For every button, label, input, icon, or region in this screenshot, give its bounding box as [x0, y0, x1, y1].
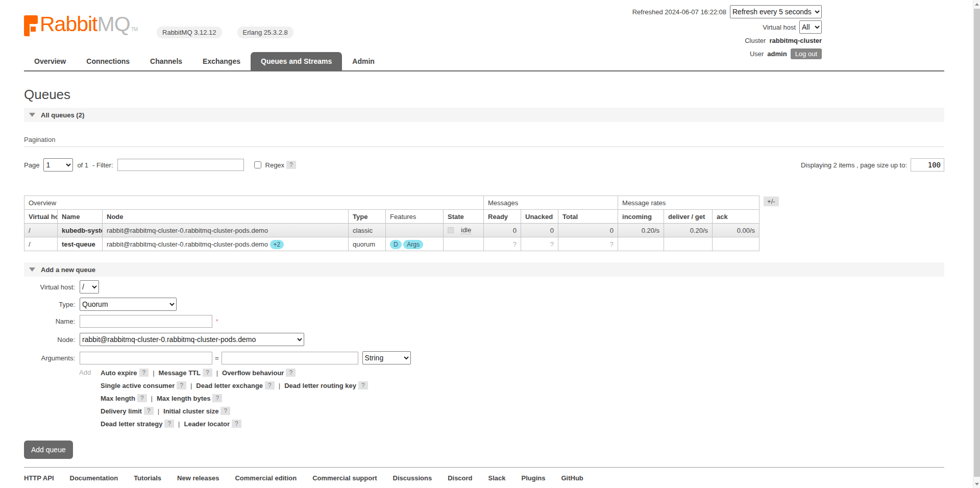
scroll-down-icon[interactable] [973, 480, 980, 488]
add-queue-button[interactable]: Add queue [24, 441, 73, 459]
help-link[interactable]: ? [203, 369, 212, 377]
shortcut-row: Single active consumer? | Dead letter ex… [101, 381, 368, 389]
footer-link-discord[interactable]: Discord [448, 474, 472, 482]
separator: | [153, 369, 154, 377]
help-link[interactable]: ? [358, 381, 368, 389]
help-link[interactable]: ? [164, 420, 174, 428]
footer-link-tutorials[interactable]: Tutorials [134, 474, 161, 482]
footer-link-new-releases[interactable]: New releases [177, 474, 219, 482]
cell-features: D Args [386, 237, 444, 251]
vhost-field-select[interactable]: / [80, 280, 99, 294]
col-deliver-get[interactable]: deliver / get [664, 210, 713, 224]
arg-link-single-active-consumer[interactable]: Single active consumer [101, 382, 175, 389]
col-node[interactable]: Node [103, 210, 349, 224]
help-link[interactable]: ? [265, 381, 275, 389]
filter-input[interactable] [117, 159, 244, 171]
footer-link-commercial-edition[interactable]: Commercial edition [235, 474, 297, 482]
table-row: / kubedb-system rabbit@rabbitmq-cluster-… [24, 224, 760, 237]
col-unacked[interactable]: Unacked [521, 210, 558, 224]
arg-link-max-length[interactable]: Max length [101, 395, 135, 402]
erlang-version-badge: Erlang 25.3.2.8 [237, 27, 293, 38]
page-size-controls: Displaying 2 items , page size up to: [801, 158, 944, 172]
footer-link-documentation[interactable]: Documentation [70, 474, 118, 482]
all-queues-section-header[interactable]: All queues (2) [24, 108, 944, 122]
virtual-host-select[interactable]: All [799, 20, 822, 34]
form-row-type: Type: Quorum [24, 298, 944, 311]
tab-exchanges[interactable]: Exchanges [192, 52, 251, 70]
column-plus-minus-link[interactable]: +/- [764, 197, 779, 206]
col-name[interactable]: Name [58, 210, 103, 224]
cell-ready: 0 [484, 224, 521, 237]
cell-deliver-get [664, 237, 713, 251]
cell-deliver-get: 0.20/s [664, 224, 713, 237]
cell-ack [713, 237, 760, 251]
help-link[interactable]: ? [139, 369, 149, 377]
tab-channels[interactable]: Channels [140, 52, 192, 70]
arg-link-initial-cluster-size[interactable]: Initial cluster size [163, 407, 218, 415]
footer-link-http-api[interactable]: HTTP API [24, 474, 54, 482]
arg-link-max-length-bytes[interactable]: Max length bytes [157, 395, 210, 402]
footer-link-slack[interactable]: Slack [488, 474, 506, 482]
logout-button[interactable]: Log out [791, 48, 822, 59]
help-link[interactable]: ? [286, 369, 296, 377]
footer-link-commercial-support[interactable]: Commercial support [312, 474, 377, 482]
page-select[interactable]: 1 [43, 158, 73, 172]
arg-link-delivery-limit[interactable]: Delivery limit [101, 407, 142, 415]
help-link[interactable]: ? [220, 407, 230, 415]
help-link[interactable]: ? [232, 420, 241, 428]
add-queue-section-header[interactable]: Add a new queue [24, 262, 944, 277]
regex-help-link[interactable]: ? [286, 161, 296, 169]
table-group-row: Overview Messages Message rates [24, 196, 760, 210]
help-link[interactable]: ? [144, 407, 154, 415]
virtual-host-label: Virtual host [763, 23, 796, 31]
arg-link-dead-letter-strategy[interactable]: Dead letter strategy [101, 420, 162, 428]
cell-incoming: 0.20/s [618, 224, 664, 237]
page-size-input[interactable] [911, 158, 944, 172]
user-name: admin [767, 50, 787, 58]
arg-link-dead-letter-exchange[interactable]: Dead letter exchange [196, 382, 263, 389]
arg-link-leader-locator[interactable]: Leader locator [184, 420, 230, 428]
queue-link-kubedb-system[interactable]: kubedb-system [58, 224, 103, 237]
scroll-up-icon[interactable] [973, 0, 980, 8]
node-field-select[interactable]: rabbit@rabbitmq-cluster-0.rabbitmq-clust… [80, 333, 304, 346]
type-field-select[interactable]: Quorum [80, 298, 177, 311]
regex-checkbox[interactable] [254, 161, 261, 168]
col-ack[interactable]: ack [713, 210, 760, 224]
shortcut-row: Dead letter strategy? | Leader locator? [101, 420, 368, 428]
name-field-label: Name: [24, 318, 75, 325]
tab-admin[interactable]: Admin [342, 52, 385, 70]
name-field-input[interactable] [80, 315, 212, 328]
argument-key-input[interactable] [80, 352, 212, 364]
argument-value-input[interactable] [222, 352, 358, 364]
arg-link-auto-expire[interactable]: Auto expire [101, 369, 137, 377]
tab-connections[interactable]: Connections [76, 52, 140, 70]
col-ready[interactable]: Ready [484, 210, 521, 224]
arg-link-dead-letter-routing-key[interactable]: Dead letter routing key [284, 382, 356, 389]
footer-link-github[interactable]: GitHub [561, 474, 583, 482]
queue-link-test-queue[interactable]: test-queue [58, 237, 103, 251]
footer-link-discussions[interactable]: Discussions [393, 474, 432, 482]
arg-link-message-ttl[interactable]: Message TTL [159, 369, 201, 377]
col-type[interactable]: Type [349, 210, 386, 224]
col-incoming[interactable]: incoming [618, 210, 664, 224]
node-more-badge[interactable]: +2 [270, 240, 284, 249]
collapse-triangle-icon [29, 113, 35, 117]
tab-queues-and-streams[interactable]: Queues and Streams [251, 52, 342, 70]
help-link[interactable]: ? [137, 394, 147, 402]
refresh-interval-select[interactable]: Refresh every 5 seconds [730, 5, 822, 18]
col-state[interactable]: State [444, 210, 484, 224]
col-features: Features [386, 210, 444, 224]
tab-overview[interactable]: Overview [24, 52, 76, 70]
arg-link-overflow-behaviour[interactable]: Overflow behaviour [222, 369, 284, 377]
add-argument-link[interactable]: Add [79, 369, 101, 432]
cell-unacked: ? [521, 237, 558, 251]
argument-type-select[interactable]: String [362, 351, 411, 364]
help-link[interactable]: ? [212, 394, 222, 402]
col-virtual-host[interactable]: Virtual host [24, 210, 58, 224]
col-total[interactable]: Total [558, 210, 618, 224]
footer-link-plugins[interactable]: Plugins [522, 474, 546, 482]
scrollbar-thumb[interactable] [974, 9, 980, 477]
help-link[interactable]: ? [177, 381, 186, 389]
scrollbar[interactable] [973, 0, 980, 488]
cell-vhost: / [24, 224, 58, 237]
